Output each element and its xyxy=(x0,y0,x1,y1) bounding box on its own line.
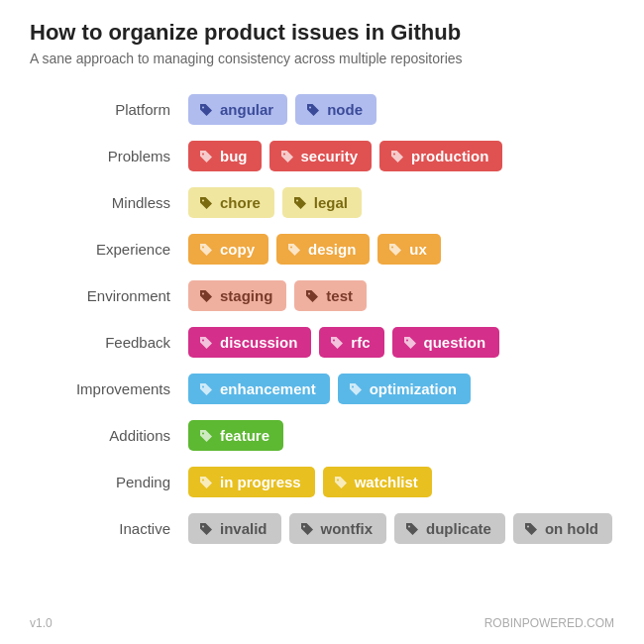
tag-production: production xyxy=(379,141,502,171)
tag-label: design xyxy=(308,241,356,258)
tag-invalid: invalid xyxy=(188,513,281,544)
row-label-7: Additions xyxy=(30,427,188,444)
tag-angular: angular xyxy=(188,94,287,125)
row-label-8: Pending xyxy=(30,474,188,490)
tag-label: bug xyxy=(220,148,248,164)
row-additions: Additions feature xyxy=(30,420,614,451)
tag-label: rfc xyxy=(351,334,370,351)
tag-bug: bug xyxy=(188,141,262,171)
tags-2: chore legal xyxy=(188,187,362,218)
tag-label: on hold xyxy=(545,520,598,537)
tags-0: angular node xyxy=(188,94,376,125)
tag-discussion: discussion xyxy=(188,327,311,358)
tag-node: node xyxy=(295,94,376,125)
tag-label: invalid xyxy=(220,520,268,537)
tag-label: question xyxy=(424,334,486,351)
tag-copy: copy xyxy=(188,234,268,265)
tag-label: node xyxy=(327,101,363,118)
tag-label: test xyxy=(326,287,353,304)
tag-in-progress: in progress xyxy=(188,467,315,497)
row-improvements: Improvements enhancement optimization xyxy=(30,374,614,404)
tag-label: wontfix xyxy=(321,520,374,537)
tag-security: security xyxy=(269,141,373,171)
tag-label: feature xyxy=(220,427,269,444)
page-title: How to organize product issues in Github xyxy=(30,20,614,46)
tag-label: in progress xyxy=(220,474,301,490)
tag-rfc: rfc xyxy=(319,327,383,358)
tag-label: staging xyxy=(220,287,272,304)
tag-optimization: optimization xyxy=(338,374,471,404)
tag-staging: staging xyxy=(188,280,286,311)
row-environment: Environment staging test xyxy=(30,280,614,311)
rows-container: Platform angular nodeProblems bug securi… xyxy=(30,94,614,544)
row-label-6: Improvements xyxy=(30,380,188,397)
tag-chore: chore xyxy=(188,187,274,218)
row-mindless: Mindless chore legal xyxy=(30,187,614,218)
tags-7: feature xyxy=(188,420,283,451)
tag-label: security xyxy=(301,148,359,164)
tags-9: invalid wontfix duplicate on hold xyxy=(188,513,612,544)
row-label-2: Mindless xyxy=(30,194,188,211)
tag-label: angular xyxy=(220,101,273,118)
row-pending: Pending in progress watchlist xyxy=(30,467,614,497)
tag-question: question xyxy=(392,327,500,358)
row-feedback: Feedback discussion rfc question xyxy=(30,327,614,358)
version-label: v1.0 xyxy=(30,616,53,630)
tag-enhancement: enhancement xyxy=(188,374,330,404)
tag-label: production xyxy=(411,148,488,164)
row-label-5: Feedback xyxy=(30,334,188,351)
tag-label: enhancement xyxy=(220,380,316,397)
tag-label: ux xyxy=(409,241,427,258)
row-experience: Experience copy design ux xyxy=(30,234,614,265)
tags-1: bug security production xyxy=(188,141,502,171)
tags-6: enhancement optimization xyxy=(188,374,471,404)
tag-test: test xyxy=(294,280,367,311)
tag-wontfix: wontfix xyxy=(289,513,387,544)
tags-4: staging test xyxy=(188,280,367,311)
row-problems: Problems bug security production xyxy=(30,141,614,171)
tag-label: legal xyxy=(314,194,348,211)
row-label-3: Experience xyxy=(30,241,188,258)
tags-3: copy design ux xyxy=(188,234,441,265)
row-label-1: Problems xyxy=(30,148,188,164)
tag-label: chore xyxy=(220,194,261,211)
row-inactive: Inactive invalid wontfix duplicate on ho… xyxy=(30,513,614,544)
tag-label: optimization xyxy=(370,380,457,397)
tag-watchlist: watchlist xyxy=(323,467,432,497)
tag-label: watchlist xyxy=(355,474,418,490)
tags-5: discussion rfc question xyxy=(188,327,499,358)
tag-ux: ux xyxy=(377,234,441,265)
brand-label: ROBINPOWERED.COM xyxy=(484,616,614,630)
row-label-0: Platform xyxy=(30,101,188,118)
tag-duplicate: duplicate xyxy=(394,513,505,544)
footer: v1.0 ROBINPOWERED.COM xyxy=(30,616,614,630)
tag-feature: feature xyxy=(188,420,283,451)
tags-8: in progress watchlist xyxy=(188,467,432,497)
row-platform: Platform angular node xyxy=(30,94,614,125)
tag-label: discussion xyxy=(220,334,297,351)
tag-label: copy xyxy=(220,241,255,258)
row-label-9: Inactive xyxy=(30,520,188,537)
page-subtitle: A sane approach to managing consistency … xyxy=(30,51,614,66)
row-label-4: Environment xyxy=(30,287,188,304)
tag-legal: legal xyxy=(282,187,362,218)
tag-design: design xyxy=(276,234,370,265)
tag-on-hold: on hold xyxy=(513,513,612,544)
tag-label: duplicate xyxy=(426,520,491,537)
